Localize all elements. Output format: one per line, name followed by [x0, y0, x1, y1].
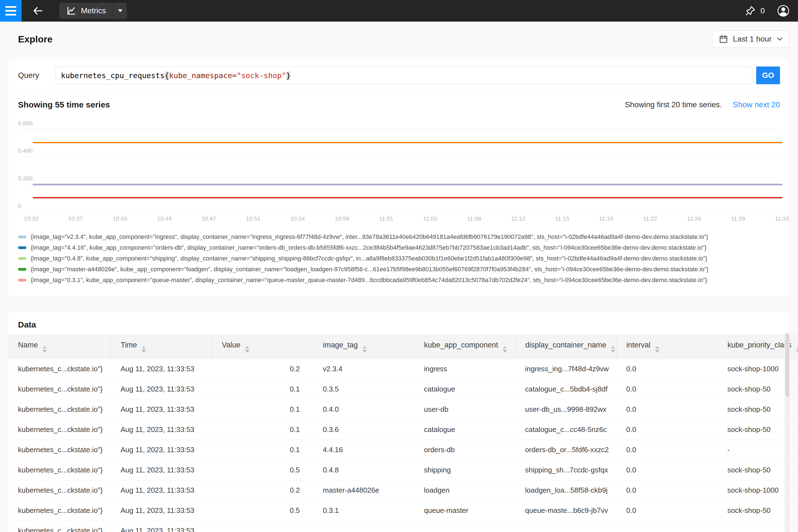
cell-image-tag: 4.4.16 — [313, 440, 414, 460]
x-axis-tick-label: 11:33 — [775, 215, 789, 222]
sort-up-icon — [502, 346, 507, 348]
legend-label: {image_tag="0.3.1", kube_app_component="… — [31, 277, 707, 284]
go-button[interactable]: GO — [756, 66, 780, 84]
cell-kube-app-component: shipping — [414, 460, 515, 480]
sort-down-icon — [611, 350, 615, 353]
sort-icon — [42, 346, 47, 353]
legend-item[interactable]: {image_tag="4.4.16", kube_app_component=… — [18, 242, 780, 253]
topbar-actions: 0 — [745, 4, 798, 17]
data-table: NameTimeValueimage_tagkube_app_component… — [8, 335, 798, 532]
cell-display-container-name: orders-db_or...5fdf6-xxzc2 — [515, 440, 616, 460]
cell-name: kubernetes_c...ckstate.io"} — [8, 500, 111, 521]
column-header-image-tag[interactable]: image_tag — [313, 335, 414, 359]
cell-time: Aug 11, 2023, 11:33:53 — [111, 359, 212, 379]
cell-name: kubernetes_c...ckstate.io"} — [8, 379, 111, 399]
x-axis-tick-label: 11:15 — [555, 215, 569, 222]
y-gridline — [21, 211, 782, 212]
sort-icon — [655, 346, 660, 353]
time-range-selector[interactable]: Last 1 hour — [712, 31, 790, 48]
x-axis-tick-label: 11:12 — [511, 215, 525, 222]
data-card: Data NameTimeValueimage_tagkube_app_comp… — [8, 312, 790, 532]
user-menu-button[interactable] — [777, 4, 790, 17]
page-header: Explore Last 1 hour — [0, 22, 798, 48]
query-label-selector: kube_namespace= — [169, 71, 236, 80]
pin-button[interactable]: 0 — [745, 5, 765, 16]
cell-interval: 0.0 — [616, 359, 718, 379]
series-header: Showing 55 time series Showing first 20 … — [8, 92, 790, 110]
page-title: Explore — [18, 34, 53, 44]
table-row: kubernetes_c...ckstate.io"}Aug 11, 2023,… — [8, 521, 798, 532]
sort-icon — [611, 346, 615, 353]
cell-display-container-name: queue-maste...b6c9-jb7vv — [515, 500, 616, 521]
cell-value: 0.1 — [212, 399, 313, 419]
column-header-name[interactable]: Name — [8, 335, 111, 359]
sort-icon — [141, 346, 146, 353]
legend-item[interactable]: {image_tag="0.4.8", kube_app_component="… — [18, 253, 780, 264]
app-switcher-dropdown[interactable] — [114, 3, 127, 19]
sort-down-icon — [362, 350, 367, 353]
cell-image-tag: 0.3.5 — [313, 379, 414, 399]
query-label: Query — [18, 71, 56, 80]
chart: 0.6000.4000.200010:3310:3710:4010:4410:4… — [8, 118, 790, 229]
legend-swatch — [18, 257, 26, 260]
cell-interval: 0.0 — [616, 440, 718, 460]
table-row: kubernetes_c...ckstate.io"}Aug 11, 2023,… — [8, 500, 798, 521]
x-axis-tick-label: 10:51 — [246, 215, 261, 222]
cell-value: 0.1 — [212, 379, 313, 399]
legend-swatch — [18, 279, 26, 282]
metrics-label: Metrics — [81, 6, 106, 15]
cell-value: 0.2 — [212, 359, 313, 379]
y-axis-tick-label: 0.400 — [18, 147, 33, 154]
column-header-label: kube_app_component — [424, 341, 498, 349]
menu-button[interactable] — [0, 0, 22, 22]
column-header-value[interactable]: Value — [212, 335, 313, 359]
sort-icon — [502, 346, 507, 353]
query-input[interactable]: kubernetes_cpu_requests{kube_namespace="… — [56, 66, 752, 84]
cell-display-container-name: catalogue_c...5bdb4-sj8df — [515, 379, 616, 399]
column-header-kube-app-component[interactable]: kube_app_component — [414, 335, 515, 359]
column-header-time[interactable]: Time — [111, 335, 212, 359]
legend-item[interactable]: {image_tag="0.3.1", kube_app_component="… — [18, 274, 780, 285]
query-open-brace: { — [165, 71, 169, 80]
sort-icon — [796, 346, 798, 353]
cell-time: Aug 11, 2023, 11:33:53 — [111, 440, 212, 460]
cell-interval — [616, 521, 718, 532]
app-switcher: Metrics — [59, 3, 127, 19]
show-next-link[interactable]: Show next 20 — [733, 100, 780, 109]
cell-time: Aug 11, 2023, 11:33:53 — [111, 379, 212, 399]
x-axis-tick-label: 11:29 — [731, 215, 745, 222]
legend-label: {image_tag="0.4.8", kube_app_component="… — [31, 255, 707, 262]
cell-name: kubernetes_c...ckstate.io"} — [8, 359, 111, 379]
x-axis-tick-label: 10:47 — [202, 215, 216, 222]
cell-value: 0.2 — [212, 480, 313, 500]
metrics-button[interactable]: Metrics — [59, 3, 113, 19]
cell-interval: 0.0 — [616, 500, 718, 521]
chevron-down-icon — [777, 37, 783, 41]
column-header-display-container-name[interactable]: display_container_name — [515, 335, 616, 359]
legend: {image_tag="v2.3.4", kube_app_component=… — [8, 229, 790, 297]
cell-interval: 0.0 — [616, 379, 718, 399]
y-axis-tick-label: 0.600 — [18, 120, 33, 127]
paging-note: Showing first 20 time series. — [625, 100, 722, 109]
legend-label: {image_tag="master-a448026e", kube_app_c… — [31, 266, 708, 273]
sort-down-icon — [245, 350, 249, 353]
column-header-label: interval — [626, 341, 651, 349]
legend-item[interactable]: {image_tag="master-a448026e", kube_app_c… — [18, 264, 780, 274]
sort-up-icon — [796, 346, 798, 348]
column-header-label: image_tag — [323, 341, 358, 349]
table-header-row: NameTimeValueimage_tagkube_app_component… — [8, 335, 798, 359]
table-scrollbar[interactable] — [785, 333, 790, 532]
x-axis-tick-label: 10:33 — [24, 215, 39, 222]
table-body: kubernetes_c...ckstate.io"}Aug 11, 2023,… — [8, 359, 798, 532]
cell-name: kubernetes_c...ckstate.io"} — [8, 480, 111, 500]
x-axis-tick-label: 11:19 — [599, 215, 613, 222]
legend-item[interactable]: {image_tag="v2.3.4", kube_app_component=… — [18, 231, 780, 242]
query-row: Query kubernetes_cpu_requests{kube_names… — [8, 59, 790, 92]
back-arrow-icon — [32, 6, 43, 16]
topbar: Metrics 0 — [0, 0, 798, 22]
back-button[interactable] — [30, 3, 45, 19]
pin-count: 0 — [760, 6, 765, 15]
cell-image-tag: v2.3.4 — [313, 359, 414, 379]
scrollbar-thumb[interactable] — [785, 333, 789, 397]
column-header-interval[interactable]: interval — [616, 335, 718, 359]
